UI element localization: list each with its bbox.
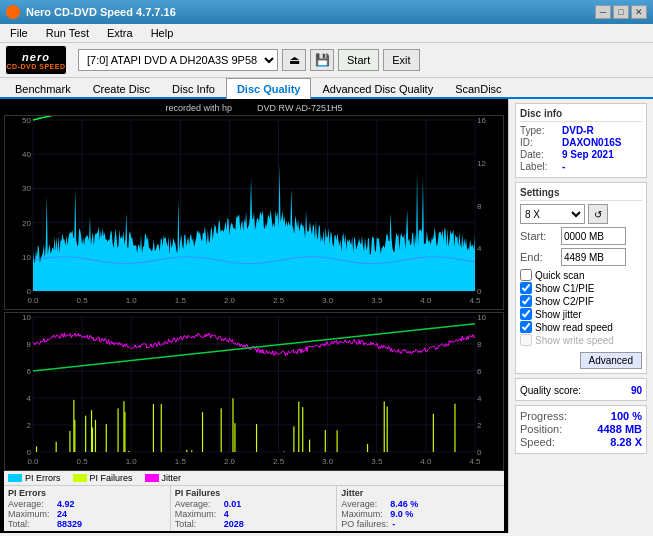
po-key: PO failures: [341,519,388,529]
stat-pi-failures-label: PI Failures [175,488,333,498]
legend-pi-errors: PI Errors [8,473,61,483]
eject-button[interactable]: ⏏ [282,49,306,71]
advanced-button[interactable]: Advanced [580,352,642,369]
toolbar: nero CD-DVD SPEED [7:0] ATAPI DVD A DH20… [0,43,653,78]
legend-jitter: Jitter [145,473,182,483]
tab-scan-disc[interactable]: ScanDisc [444,78,512,99]
show-c2pif-label: Show C2/PIF [535,296,594,307]
show-c1pie-checkbox[interactable] [520,282,532,294]
tab-create-disc[interactable]: Create Disc [82,78,161,99]
nero-logo: nero CD-DVD SPEED [6,46,66,74]
speed-val: 8.28 X [610,436,642,448]
tab-benchmark[interactable]: Benchmark [4,78,82,99]
menu-extra[interactable]: Extra [103,26,137,40]
date-val: 9 Sep 2021 [562,149,614,160]
j-max-key: Maximum: [341,509,386,519]
label-val: - [562,161,565,172]
id-key: ID: [520,137,558,148]
speed-row-p: Speed: 8.28 X [520,436,642,448]
progress-row: Progress: 100 % [520,410,642,422]
pf-avg-key: Average: [175,499,220,509]
po-val: - [392,519,395,529]
maximize-button[interactable]: □ [613,5,629,19]
start-button[interactable]: Start [338,49,379,71]
quick-scan-checkbox[interactable] [520,269,532,281]
stat-jitter-label: Jitter [341,488,500,498]
info-label-row: Label: - [520,161,642,172]
id-val: DAXON016S [562,137,621,148]
position-row: Position: 4488 MB [520,423,642,435]
end-input[interactable] [561,248,626,266]
tab-bar: Benchmark Create Disc Disc Info Disc Qua… [0,78,653,99]
j-avg-key: Average: [341,499,386,509]
show-jitter-row: Show jitter [520,308,642,320]
end-key: End: [520,251,558,263]
pf-max-val: 4 [224,509,229,519]
info-type-row: Type: DVD-R [520,125,642,136]
stat-pi-errors: PI Errors Average: 4.92 Maximum: 24 Tota… [4,486,171,531]
start-row: Start: [520,227,642,245]
pi-errors-label: PI Errors [25,473,61,483]
settings-section: Settings 8 X ↺ Start: End: Quick scan [515,182,647,374]
tab-disc-quality[interactable]: Disc Quality [226,78,312,99]
disc-info-title: Disc info [520,108,642,122]
show-read-label: Show read speed [535,322,613,333]
disc-label: DVD RW AD-7251H5 [257,103,342,113]
chart-legend: PI Errors PI Failures Jitter [4,471,504,485]
date-key: Date: [520,149,558,160]
total-val: 88329 [57,519,82,529]
legend-pi-failures: PI Failures [73,473,133,483]
speed-combo[interactable]: 8 X [520,204,585,224]
menu-bar: File Run Test Extra Help [0,24,653,43]
stats-bar: PI Errors Average: 4.92 Maximum: 24 Tota… [4,485,504,531]
sidebar: Disc info Type: DVD-R ID: DAXON016S Date… [508,99,653,533]
quality-score-val: 90 [631,385,642,396]
end-row: End: [520,248,642,266]
pf-total-key: Total: [175,519,220,529]
show-jitter-checkbox[interactable] [520,308,532,320]
show-write-label: Show write speed [535,335,614,346]
stat-jitter: Jitter Average: 8.46 % Maximum: 9.0 % PO… [337,486,504,531]
disc-info-section: Disc info Type: DVD-R ID: DAXON016S Date… [515,103,647,178]
nero-logo-img: nero CD-DVD SPEED [6,46,66,74]
menu-help[interactable]: Help [147,26,178,40]
title-bar-buttons: ─ □ ✕ [595,5,647,19]
pf-total-val: 2028 [224,519,244,529]
jitter-color [145,474,159,482]
show-c2pif-checkbox[interactable] [520,295,532,307]
speed-key: Speed: [520,436,555,448]
show-write-checkbox[interactable] [520,334,532,346]
nero-text: nero [22,51,50,63]
total-key: Total: [8,519,53,529]
show-read-row: Show read speed [520,321,642,333]
pi-failures-label: PI Failures [90,473,133,483]
close-button[interactable]: ✕ [631,5,647,19]
save-button[interactable]: 💾 [310,49,334,71]
minimize-button[interactable]: ─ [595,5,611,19]
max-val: 24 [57,509,67,519]
progress-key: Progress: [520,410,567,422]
stat-pi-failures: PI Failures Average: 0.01 Maximum: 4 Tot… [171,486,338,531]
tab-disc-info[interactable]: Disc Info [161,78,226,99]
j-avg-val: 8.46 % [390,499,418,509]
title-bar: Nero CD-DVD Speed 4.7.7.16 ─ □ ✕ [0,0,653,24]
position-val: 4488 MB [597,423,642,435]
quality-section: Quality score: 90 [515,378,647,401]
jitter-label: Jitter [162,473,182,483]
refresh-button[interactable]: ↺ [588,204,608,224]
exit-button[interactable]: Exit [383,49,419,71]
tab-advanced-disc-quality[interactable]: Advanced Disc Quality [311,78,444,99]
pf-max-key: Maximum: [175,509,220,519]
show-c1pie-row: Show C1/PIE [520,282,642,294]
menu-runtest[interactable]: Run Test [42,26,93,40]
drive-combo[interactable]: [7:0] ATAPI DVD A DH20A3S 9P58 [78,49,278,71]
show-read-checkbox[interactable] [520,321,532,333]
title-bar-left: Nero CD-DVD Speed 4.7.7.16 [6,5,176,19]
start-input[interactable] [561,227,626,245]
max-key: Maximum: [8,509,53,519]
menu-file[interactable]: File [6,26,32,40]
pf-avg-val: 0.01 [224,499,242,509]
j-max-val: 9.0 % [390,509,413,519]
show-c1pie-label: Show C1/PIE [535,283,594,294]
type-val: DVD-R [562,125,594,136]
